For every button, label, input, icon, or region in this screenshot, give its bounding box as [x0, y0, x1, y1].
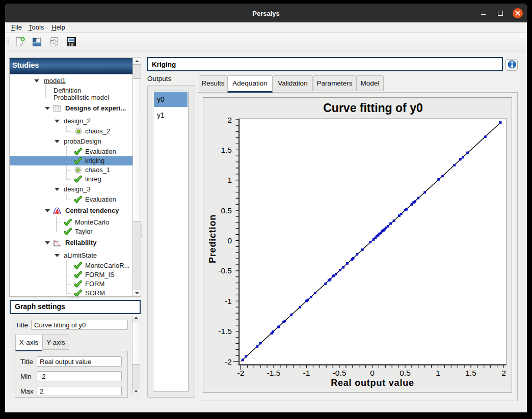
svg-text:1: 1 [436, 369, 440, 377]
svg-text:-1.5: -1.5 [267, 369, 281, 377]
svg-text:Prediction: Prediction [207, 214, 218, 263]
svg-text:1.5: 1.5 [221, 146, 232, 154]
svg-text:1: 1 [227, 176, 232, 184]
svg-text:2: 2 [501, 369, 506, 377]
svg-text:Curve fitting of y0: Curve fitting of y0 [323, 101, 423, 115]
svg-text:0: 0 [227, 236, 232, 245]
svg-text:-0.5: -0.5 [333, 369, 347, 377]
svg-text:-1: -1 [225, 297, 232, 305]
svg-text:0.5: 0.5 [400, 369, 411, 377]
svg-text:2: 2 [227, 116, 232, 124]
svg-text:-0.5: -0.5 [218, 266, 232, 275]
svg-text:Real output value: Real output value [331, 378, 414, 388]
svg-text:-1.5: -1.5 [218, 327, 232, 336]
svg-text:-1: -1 [303, 369, 310, 377]
svg-text:0.5: 0.5 [221, 206, 232, 215]
svg-text:0: 0 [370, 369, 375, 377]
svg-text:-2: -2 [225, 357, 232, 366]
svg-text:-2: -2 [237, 369, 245, 377]
svg-text:1.5: 1.5 [465, 369, 476, 377]
